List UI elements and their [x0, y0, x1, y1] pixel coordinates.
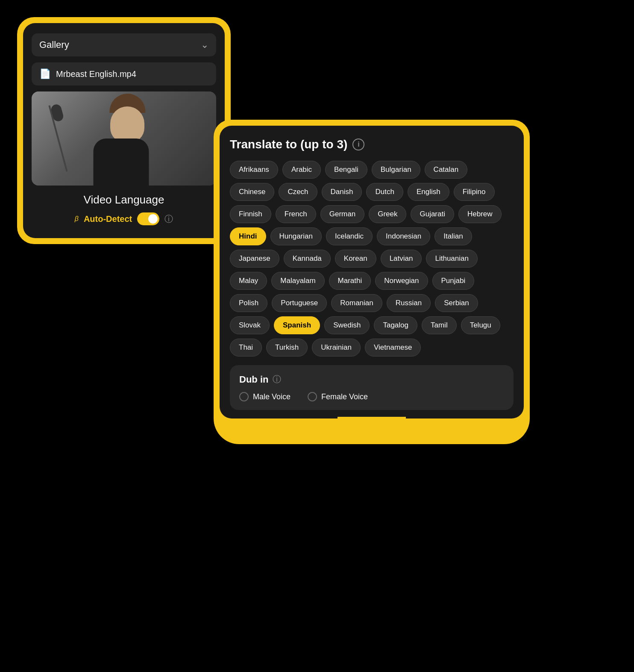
lang-pill-tagalog[interactable]: Tagalog: [374, 316, 417, 334]
dub-header: Dub in ⓘ: [239, 374, 504, 385]
gallery-dropdown[interactable]: Gallery ⌄: [32, 33, 216, 56]
lang-pill-norwegian[interactable]: Norwegian: [375, 272, 428, 290]
lang-pill-icelandic[interactable]: Icelandic: [326, 227, 373, 245]
video-preview: [32, 91, 216, 186]
voice-options: Male VoiceFemale Voice: [239, 392, 504, 401]
lang-pill-serbian[interactable]: Serbian: [435, 294, 478, 312]
lang-pill-bulgarian[interactable]: Bulgarian: [372, 161, 420, 179]
lang-pill-hebrew[interactable]: Hebrew: [458, 205, 502, 223]
lang-pill-danish[interactable]: Danish: [322, 183, 362, 201]
voice-option-female-voice[interactable]: Female Voice: [308, 392, 368, 401]
video-language-label: Video Language: [32, 193, 216, 206]
translate-header: Translate to (up to 3) i: [230, 138, 514, 151]
radio-male-voice: [239, 392, 249, 401]
lang-pill-portuguese[interactable]: Portuguese: [272, 294, 327, 312]
lang-pill-marathi[interactable]: Marathi: [329, 272, 371, 290]
file-name: Mrbeast English.mp4: [56, 69, 136, 79]
lang-pill-finnish[interactable]: Finnish: [230, 205, 271, 223]
lang-pill-hungarian[interactable]: Hungarian: [270, 227, 322, 245]
lang-pill-slovak[interactable]: Slovak: [230, 316, 270, 334]
lang-pill-korean[interactable]: Korean: [335, 250, 376, 268]
languages-grid: AfrikaansArabicBengaliBulgarianCatalanCh…: [230, 161, 514, 357]
translate-info-icon[interactable]: i: [352, 139, 364, 150]
lang-pill-spanish[interactable]: Spanish: [274, 316, 320, 334]
auto-detect-text: Auto-Detect: [84, 214, 132, 224]
voice-option-male-voice[interactable]: Male Voice: [239, 392, 291, 401]
lang-pill-chinese[interactable]: Chinese: [230, 183, 274, 201]
lang-pill-english[interactable]: English: [408, 183, 449, 201]
lang-pill-latvian[interactable]: Latvian: [381, 250, 422, 268]
lang-pill-turkish[interactable]: Turkish: [266, 339, 308, 357]
lang-pill-vietnamese[interactable]: Vietnamese: [365, 339, 421, 357]
dub-info-icon[interactable]: ⓘ: [273, 374, 281, 385]
lang-pill-catalan[interactable]: Catalan: [425, 161, 468, 179]
lang-pill-romanian[interactable]: Romanian: [331, 294, 382, 312]
lang-pill-hindi[interactable]: Hindi: [230, 227, 266, 245]
lang-pill-thai[interactable]: Thai: [230, 339, 262, 357]
left-card: Gallery ⌄ 📄 Mrbeast English.mp4 Video La…: [17, 17, 231, 244]
lang-pill-kannada[interactable]: Kannada: [284, 250, 331, 268]
person-body: [94, 139, 149, 186]
person-head: [110, 106, 144, 143]
beta-label: β: [75, 215, 79, 223]
lang-pill-swedish[interactable]: Swedish: [324, 316, 370, 334]
lang-pill-german[interactable]: German: [320, 205, 364, 223]
lang-pill-afrikaans[interactable]: Afrikaans: [230, 161, 278, 179]
file-icon: 📄: [39, 68, 51, 80]
lang-pill-ukrainian[interactable]: Ukrainian: [312, 339, 361, 357]
toggle-knob: [148, 214, 158, 224]
lang-pill-bengali[interactable]: Bengali: [325, 161, 367, 179]
gallery-label: Gallery: [39, 39, 69, 50]
bottom-tab: [338, 417, 406, 438]
lang-pill-tamil[interactable]: Tamil: [422, 316, 457, 334]
lang-pill-filipino[interactable]: Filipino: [454, 183, 495, 201]
chevron-down-icon: ⌄: [201, 39, 208, 50]
lang-pill-punjabi[interactable]: Punjabi: [432, 272, 475, 290]
lang-pill-gujarati[interactable]: Gujarati: [411, 205, 454, 223]
left-card-inner: Gallery ⌄ 📄 Mrbeast English.mp4 Video La…: [23, 23, 225, 238]
radio-female-voice: [308, 392, 317, 401]
video-bg: [32, 91, 216, 186]
dub-title: Dub in: [239, 374, 268, 385]
lang-pill-malay[interactable]: Malay: [230, 272, 267, 290]
lang-pill-lithuanian[interactable]: Lithuanian: [426, 250, 477, 268]
lang-pill-french[interactable]: French: [276, 205, 316, 223]
lang-pill-czech[interactable]: Czech: [279, 183, 317, 201]
right-card-inner: Translate to (up to 3) i AfrikaansArabic…: [220, 126, 524, 419]
lang-pill-telugu[interactable]: Telugu: [461, 316, 500, 334]
auto-detect-toggle[interactable]: [137, 212, 159, 225]
lang-pill-russian[interactable]: Russian: [387, 294, 431, 312]
dub-section: Dub in ⓘ Male VoiceFemale Voice: [230, 365, 514, 410]
lang-pill-italian[interactable]: Italian: [434, 227, 472, 245]
auto-detect-info-icon[interactable]: ⓘ: [164, 213, 173, 225]
lang-pill-arabic[interactable]: Arabic: [282, 161, 321, 179]
lang-pill-greek[interactable]: Greek: [369, 205, 406, 223]
lang-pill-indonesian[interactable]: Indonesian: [377, 227, 430, 245]
proceed-button[interactable]: Proceed: [288, 646, 345, 662]
right-card: Translate to (up to 3) i AfrikaansArabic…: [214, 120, 530, 444]
lang-pill-malayalam[interactable]: Malayalam: [271, 272, 324, 290]
lang-pill-dutch[interactable]: Dutch: [366, 183, 403, 201]
file-row: 📄 Mrbeast English.mp4: [32, 62, 216, 85]
lang-pill-polish[interactable]: Polish: [230, 294, 267, 312]
lang-pill-japanese[interactable]: Japanese: [230, 250, 279, 268]
auto-detect-row: β Auto-Detect ⓘ: [32, 212, 216, 225]
translate-title: Translate to (up to 3): [230, 138, 347, 151]
